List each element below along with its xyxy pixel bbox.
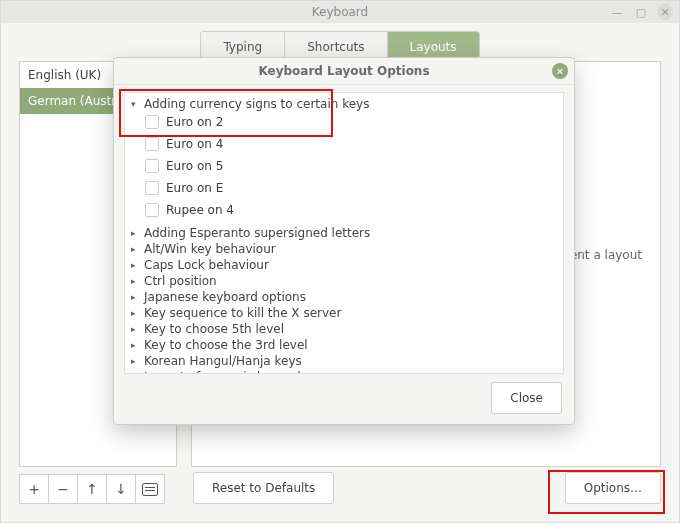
chevron-right-icon: ▸	[131, 308, 140, 318]
option-euro-2[interactable]: Euro on 2	[145, 111, 557, 133]
dialog-body: ▾ Adding currency signs to certain keys …	[124, 92, 564, 374]
group-caps-lock[interactable]: ▸Caps Lock behaviour	[131, 257, 557, 273]
checkbox[interactable]	[145, 181, 159, 195]
group-5th-level[interactable]: ▸Key to choose 5th level	[131, 321, 557, 337]
chevron-right-icon: ▸	[131, 244, 140, 254]
dialog-title: Keyboard Layout Options ✕	[114, 58, 574, 85]
group-numeric-keypad[interactable]: ▸Layout of numeric keypad	[131, 369, 557, 374]
close-button[interactable]: Close	[491, 382, 562, 414]
chevron-right-icon: ▸	[131, 324, 140, 334]
option-euro-5[interactable]: Euro on 5	[145, 155, 557, 177]
chevron-down-icon: ▾	[131, 99, 140, 109]
chevron-right-icon: ▸	[131, 260, 140, 270]
layout-options-dialog: Keyboard Layout Options ✕ ▾ Adding curre…	[113, 57, 575, 425]
group-ctrl[interactable]: ▸Ctrl position	[131, 273, 557, 289]
chevron-right-icon: ▸	[131, 292, 140, 302]
modal-overlay: Keyboard Layout Options ✕ ▾ Adding curre…	[1, 1, 679, 522]
option-euro-e[interactable]: Euro on E	[145, 177, 557, 199]
checkbox[interactable]	[145, 115, 159, 129]
dialog-close-icon[interactable]: ✕	[552, 63, 568, 79]
checkbox[interactable]	[145, 159, 159, 173]
chevron-right-icon: ▸	[131, 372, 140, 374]
chevron-right-icon: ▸	[131, 276, 140, 286]
chevron-right-icon: ▸	[131, 228, 140, 238]
chevron-right-icon: ▸	[131, 356, 140, 366]
keyboard-window: Keyboard — ▢ ✕ Typing Shortcuts Layouts …	[0, 0, 680, 523]
group-korean[interactable]: ▸Korean Hangul/Hanja keys	[131, 353, 557, 369]
group-alt-win[interactable]: ▸Alt/Win key behaviour	[131, 241, 557, 257]
option-euro-4[interactable]: Euro on 4	[145, 133, 557, 155]
group-japanese[interactable]: ▸Japanese keyboard options	[131, 289, 557, 305]
checkbox[interactable]	[145, 203, 159, 217]
group-currency-signs[interactable]: ▾ Adding currency signs to certain keys	[131, 97, 557, 111]
group-kill-x[interactable]: ▸Key sequence to kill the X server	[131, 305, 557, 321]
option-rupee-4[interactable]: Rupee on 4	[145, 199, 557, 221]
group-3rd-level[interactable]: ▸Key to choose the 3rd level	[131, 337, 557, 353]
checkbox[interactable]	[145, 137, 159, 151]
group-esperanto[interactable]: ▸Adding Esperanto supersigned letters	[131, 225, 557, 241]
chevron-right-icon: ▸	[131, 340, 140, 350]
